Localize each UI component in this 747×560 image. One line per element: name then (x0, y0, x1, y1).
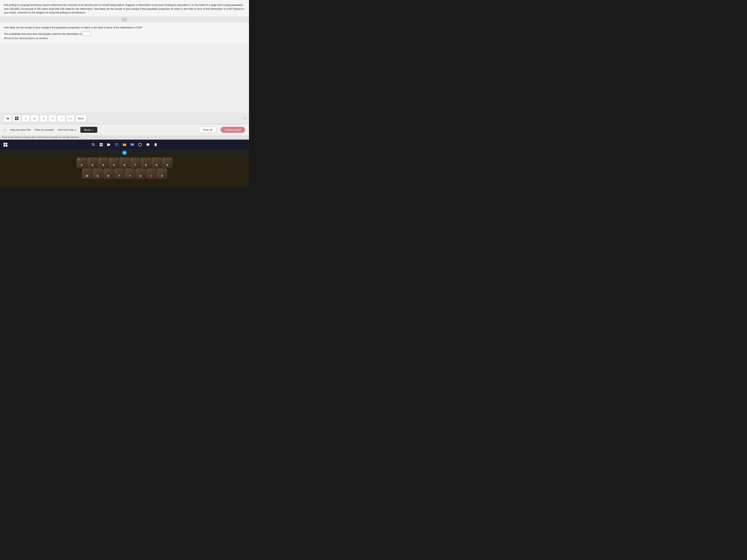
matrix-button[interactable] (13, 115, 21, 122)
sqrt-button[interactable]: √i (40, 115, 48, 122)
get-more-help-link[interactable]: Get more help ▲ (58, 128, 76, 131)
taskbar-file-explorer[interactable] (121, 141, 128, 148)
hp-logo-area: hp (0, 150, 249, 156)
view-example-link[interactable]: View an example (35, 128, 54, 131)
key-w[interactable]: W (82, 168, 92, 179)
windows-start-button[interactable] (3, 143, 7, 146)
probability-after: . (92, 32, 92, 35)
key-i[interactable]: I (146, 168, 156, 179)
check-answer-button[interactable]: Check answer (221, 127, 245, 133)
key-f10[interactable]: f10 ) 0 (162, 158, 172, 168)
media-label: Media (84, 128, 91, 131)
question-text: Exit polling is a popular technique used… (4, 3, 245, 15)
taskbar (0, 140, 249, 150)
svg-rect-6 (107, 143, 109, 146)
more-indicator: ... (122, 18, 127, 21)
svg-rect-9 (123, 144, 126, 146)
footer-text: Terms of Use | Privacy | Copying, right … (0, 135, 249, 140)
svg-text:hp: hp (123, 152, 126, 154)
svg-point-0 (92, 143, 94, 145)
clear-all-button[interactable]: Clear all (199, 127, 217, 133)
help-solve-link[interactable]: Help me solve this (10, 128, 31, 131)
taskbar-notify[interactable] (153, 141, 159, 148)
answer-section: How likely are the results of your sampl… (0, 23, 249, 43)
abs-value-button[interactable]: |▪| (31, 115, 38, 122)
sub-question-text: How likely are the results of your sampl… (4, 26, 245, 30)
key-t[interactable]: T (114, 168, 124, 179)
parens-button[interactable]: (ı.ı) (67, 115, 74, 122)
svg-rect-3 (101, 143, 103, 144)
svg-line-1 (94, 145, 95, 146)
svg-rect-2 (100, 143, 101, 144)
get-more-help-arrow: ▲ (75, 129, 76, 131)
probability-before: The probability that more than 104 peopl… (4, 32, 82, 35)
nth-root-button[interactable]: n√i (49, 115, 56, 122)
taskbar-search[interactable] (90, 141, 97, 148)
math-toolbar: x′ |▪| √i n√i ▪. (ı.ı) More × (0, 113, 249, 124)
dot-button[interactable]: ▪. (58, 115, 66, 122)
taskbar-video[interactable] (106, 141, 112, 148)
svg-rect-10 (123, 144, 124, 144)
divider-area: ... (0, 17, 249, 23)
get-more-help-label: Get more help (58, 128, 74, 131)
key-f7[interactable]: f7 & 7 (130, 158, 140, 168)
keyboard-row-qwerty: W E R T Y U I O (1, 168, 248, 179)
key-f4[interactable]: f4 $ 4 (98, 158, 108, 168)
taskbar-task-view[interactable] (98, 141, 104, 148)
key-u[interactable]: U (136, 168, 146, 179)
key-f2[interactable]: f2 @ 2 (77, 158, 87, 168)
keyboard-row-fn: f2 @ 2 f3 # 3 f4 $ 4 f5 % 5 f6 ^ 6 f7 & … (1, 158, 248, 168)
key-f5[interactable]: f5 % 5 (109, 158, 119, 168)
key-f9[interactable]: f9 ( 9 (152, 158, 162, 168)
key-r[interactable]: R (103, 168, 113, 179)
key-o[interactable]: O (157, 168, 167, 179)
keyboard-area: f2 @ 2 f3 # 3 f4 $ 4 f5 % 5 f6 ^ 6 f7 & … (0, 156, 249, 187)
fraction-button[interactable] (4, 115, 12, 122)
svg-point-17 (155, 146, 156, 146)
taskbar-dropbox[interactable] (145, 141, 151, 148)
media-button[interactable]: Media ▲ (80, 127, 97, 133)
svg-marker-7 (109, 144, 111, 145)
svg-rect-5 (101, 145, 103, 146)
key-e[interactable]: E (93, 168, 103, 179)
action-bar: ↖ Help me solve this View an example Get… (0, 124, 249, 135)
taskbar-edge[interactable] (113, 141, 120, 148)
probability-input[interactable] (83, 32, 91, 36)
svg-point-12 (138, 143, 141, 146)
taskbar-circle[interactable] (137, 141, 143, 148)
cursor-icon: ↖ (4, 128, 6, 131)
taskbar-mail[interactable] (129, 141, 135, 148)
close-toolbar-button[interactable]: × (244, 117, 246, 120)
question-area: Exit polling is a popular technique used… (0, 0, 249, 17)
key-f8[interactable]: f8 * 8 (141, 158, 151, 168)
more-button[interactable]: More (76, 115, 86, 122)
key-y[interactable]: Y (125, 168, 135, 179)
media-arrow-icon: ▲ (92, 129, 94, 131)
key-f3[interactable]: f3 # 3 (87, 158, 98, 168)
key-f6[interactable]: f6 ^ 6 (120, 158, 130, 168)
probability-line: The probability that more than 104 peopl… (4, 32, 245, 36)
round-note: (Round to four decimal places as needed.… (4, 37, 245, 40)
hp-logo: hp (121, 150, 128, 155)
svg-rect-4 (100, 145, 101, 146)
superscript-button[interactable]: x′ (22, 115, 30, 122)
